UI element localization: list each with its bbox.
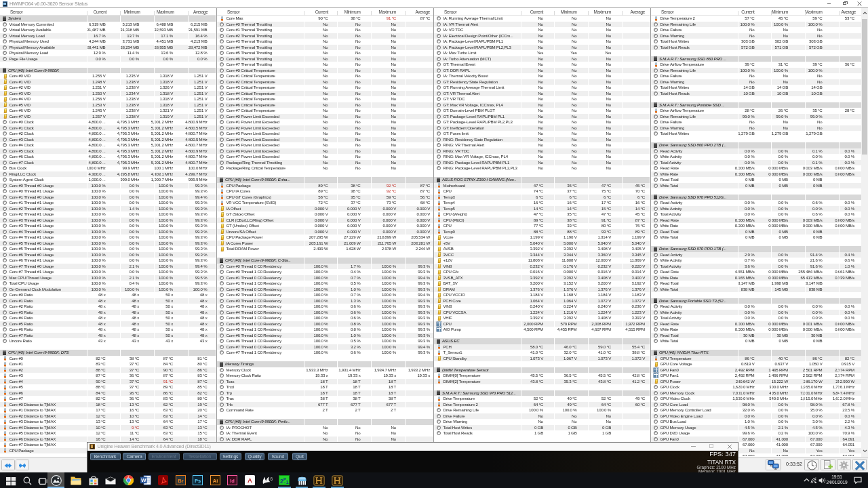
svg-text:Ai: Ai	[212, 478, 218, 484]
svg-text:-1: -1	[284, 479, 290, 485]
svg-text:W: W	[141, 477, 146, 483]
svg-text:Br: Br	[178, 478, 183, 484]
svg-text:6: 6	[270, 476, 273, 481]
svg-text:Ps: Ps	[194, 478, 200, 484]
svg-text:A: A	[248, 476, 252, 484]
svg-text:Id: Id	[230, 478, 235, 484]
